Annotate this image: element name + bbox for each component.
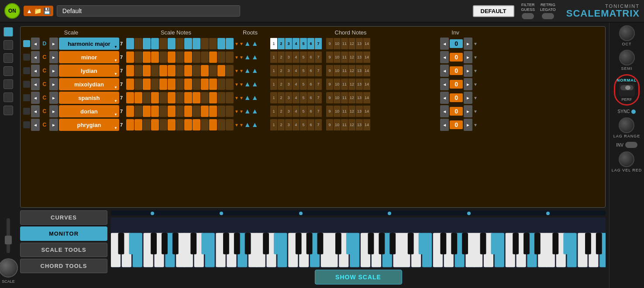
root-prev-1[interactable]: ◄ <box>31 38 40 50</box>
cn2-7[interactable]: 7 <box>315 51 322 63</box>
folder-icon[interactable]: 📁 <box>34 7 41 14</box>
preset-name-input[interactable] <box>57 5 240 17</box>
key-1-7[interactable] <box>176 38 184 49</box>
semi-knob[interactable] <box>619 50 635 65</box>
side-btn-2[interactable] <box>3 40 13 50</box>
cn2-9[interactable]: 9 <box>326 51 333 63</box>
inv-drop-2[interactable]: ▼ <box>473 55 478 60</box>
save-icon[interactable]: 💾 <box>43 7 51 14</box>
key-1-8[interactable] <box>184 38 192 49</box>
key-1-4[interactable] <box>151 38 159 49</box>
chord-num-1-7[interactable]: 7 <box>315 38 322 49</box>
chord-num-1-4[interactable]: 4 <box>293 38 300 49</box>
k2-4[interactable] <box>151 51 159 63</box>
key-1-6[interactable] <box>168 38 176 49</box>
cn2-4[interactable]: 4 <box>293 51 300 63</box>
cn2-5[interactable]: 5 <box>300 51 307 63</box>
chord-num-1-9[interactable]: 9 <box>326 38 333 49</box>
cn2-2[interactable]: 2 <box>278 51 285 63</box>
key-1-9[interactable] <box>193 38 200 49</box>
row-checkbox-2[interactable] <box>23 54 30 61</box>
side-btn-4[interactable] <box>3 66 13 76</box>
k2-3[interactable] <box>143 51 151 63</box>
scale-name-btn-4[interactable]: mixolydian <box>59 78 119 90</box>
side-btn-6[interactable] <box>3 93 13 102</box>
cn2-14[interactable]: 14 <box>363 51 370 63</box>
root-next-2[interactable]: ► <box>49 51 58 63</box>
root-down-1[interactable]: ▼ <box>234 41 239 46</box>
key-1-1[interactable] <box>126 38 134 49</box>
inv-prev-2[interactable]: ◄ <box>440 51 449 63</box>
side-btn-3[interactable] <box>3 53 13 63</box>
root-up2-1[interactable]: ▲ <box>251 40 258 48</box>
show-scale-button[interactable]: SHOW SCALE <box>315 270 402 285</box>
k2-6[interactable] <box>168 51 176 63</box>
k2-12[interactable] <box>217 51 225 63</box>
monitor-button[interactable]: MONITOR <box>20 226 107 241</box>
side-btn-1[interactable] <box>3 27 13 37</box>
row-checkbox-1[interactable] <box>23 40 30 47</box>
key-1-2[interactable] <box>134 38 142 49</box>
row-checkbox-5[interactable] <box>23 94 30 101</box>
k2-5[interactable] <box>159 51 167 63</box>
key-1-13[interactable] <box>226 38 234 49</box>
scale-name-btn-1[interactable]: harmonic major <box>59 38 119 50</box>
scale-slider-thumb[interactable] <box>5 236 12 244</box>
scale-name-btn-7[interactable]: phrygian <box>59 119 119 131</box>
k2-10[interactable] <box>201 51 209 63</box>
k2-11[interactable] <box>209 51 217 63</box>
chord-num-1-1[interactable]: 1 <box>270 38 277 49</box>
scale-knob[interactable] <box>0 258 18 278</box>
k2-9[interactable] <box>193 51 200 63</box>
cn2-3[interactable]: 3 <box>285 51 292 63</box>
key-1-11[interactable] <box>209 38 217 49</box>
filter-guess-toggle[interactable] <box>522 13 534 19</box>
lag-range-knob[interactable] <box>619 117 634 133</box>
on-button[interactable]: ON <box>4 3 20 19</box>
k2-13[interactable] <box>226 51 234 63</box>
key-1-10[interactable] <box>201 38 209 49</box>
chord-tools-button[interactable]: CHORD TOOLS <box>20 259 107 273</box>
perf-toggle-area[interactable] <box>619 83 635 96</box>
root-down2-1[interactable]: ▼ <box>239 41 244 46</box>
chord-num-1-10[interactable]: 10 <box>334 38 341 49</box>
chord-num-1-13[interactable]: 13 <box>356 38 363 49</box>
key-1-3[interactable] <box>143 38 151 49</box>
root-d2[interactable]: ▼ <box>234 55 239 60</box>
chord-num-1-14[interactable]: 14 <box>363 38 370 49</box>
root-u2[interactable]: ▲ <box>244 53 251 61</box>
k2-2[interactable] <box>134 51 142 63</box>
root-u22[interactable]: ▲ <box>251 53 258 61</box>
scale-name-btn-2[interactable]: minor <box>59 51 119 63</box>
cn2-11[interactable]: 11 <box>341 51 348 63</box>
lag-vel-knob[interactable] <box>619 151 634 167</box>
keyboard-area[interactable] <box>111 217 606 268</box>
row-checkbox-3[interactable] <box>23 67 30 74</box>
inv-next-2[interactable]: ► <box>464 51 472 63</box>
key-1-5[interactable] <box>159 38 167 49</box>
inv-toggle[interactable] <box>625 142 637 148</box>
scale-slider[interactable] <box>7 218 10 253</box>
retrig-legato-toggle[interactable] <box>542 13 554 19</box>
scale-name-btn-5[interactable]: spanish <box>59 92 119 104</box>
cn2-10[interactable]: 10 <box>334 51 341 63</box>
inv-drop-1[interactable]: ▼ <box>473 41 478 46</box>
k2-7[interactable] <box>176 51 184 63</box>
cn2-12[interactable]: 12 <box>348 51 355 63</box>
chord-num-1-2[interactable]: 2 <box>278 38 285 49</box>
row-checkbox-6[interactable] <box>23 108 30 115</box>
arrow-up-icon[interactable]: ▲ <box>26 7 32 14</box>
row-checkbox-4[interactable] <box>23 81 30 88</box>
inv-prev-1[interactable]: ◄ <box>440 38 449 50</box>
k2-8[interactable] <box>184 51 192 63</box>
chord-num-1-11[interactable]: 11 <box>341 38 348 49</box>
k2-1[interactable] <box>126 51 134 63</box>
scale-tools-button[interactable]: SCALE TOOLS <box>20 243 107 257</box>
root-prev-3[interactable]: ◄ <box>31 65 40 77</box>
root-d22[interactable]: ▼ <box>239 55 244 60</box>
row-checkbox-7[interactable] <box>23 121 30 128</box>
root-prev-2[interactable]: ◄ <box>31 51 40 63</box>
side-btn-7[interactable] <box>3 106 13 115</box>
chord-num-1-6[interactable]: 6 <box>307 38 314 49</box>
root-next-1[interactable]: ► <box>49 38 58 50</box>
